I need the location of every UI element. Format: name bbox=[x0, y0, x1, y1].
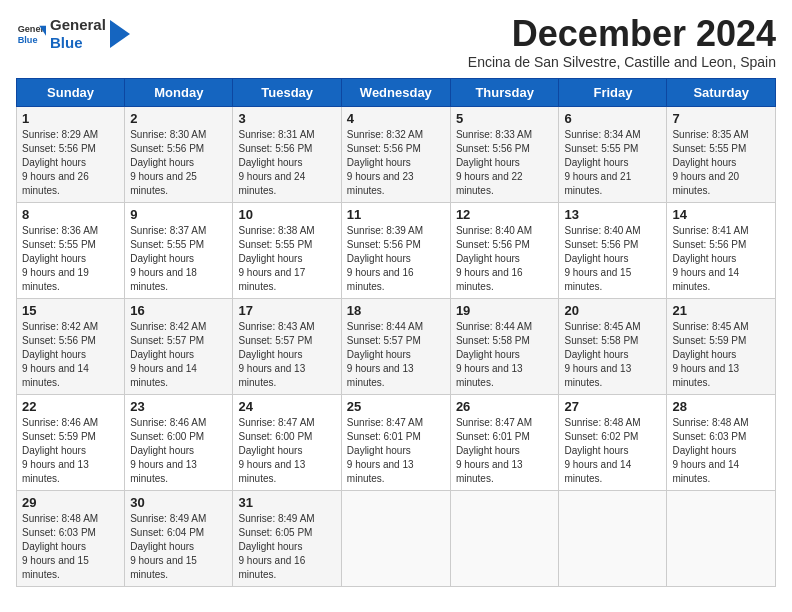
month-title: December 2024 bbox=[468, 16, 776, 52]
daylight-value: 9 hours and 13 minutes. bbox=[130, 459, 197, 484]
sunset-label: Sunset: 5:56 PM bbox=[456, 239, 530, 250]
daylight-value: 9 hours and 16 minutes. bbox=[238, 555, 305, 580]
sunrise-label: Sunrise: 8:48 AM bbox=[22, 513, 98, 524]
daylight-label: Daylight hours bbox=[238, 349, 302, 360]
daylight-value: 9 hours and 18 minutes. bbox=[130, 267, 197, 292]
calendar-cell: 4Sunrise: 8:32 AMSunset: 5:56 PMDaylight… bbox=[341, 107, 450, 203]
weekday-header-sunday: Sunday bbox=[17, 79, 125, 107]
calendar-table: SundayMondayTuesdayWednesdayThursdayFrid… bbox=[16, 78, 776, 587]
daylight-label: Daylight hours bbox=[22, 349, 86, 360]
calendar-cell: 9Sunrise: 8:37 AMSunset: 5:55 PMDaylight… bbox=[125, 203, 233, 299]
daylight-label: Daylight hours bbox=[130, 445, 194, 456]
sunset-label: Sunset: 5:56 PM bbox=[130, 143, 204, 154]
day-info: Sunrise: 8:32 AMSunset: 5:56 PMDaylight … bbox=[347, 128, 445, 198]
daylight-label: Daylight hours bbox=[130, 541, 194, 552]
sunrise-label: Sunrise: 8:43 AM bbox=[238, 321, 314, 332]
calendar-cell: 31Sunrise: 8:49 AMSunset: 6:05 PMDayligh… bbox=[233, 491, 341, 587]
title-block: December 2024 Encina de San Silvestre, C… bbox=[468, 16, 776, 70]
day-number: 23 bbox=[130, 399, 227, 414]
daylight-label: Daylight hours bbox=[456, 445, 520, 456]
daylight-value: 9 hours and 16 minutes. bbox=[347, 267, 414, 292]
day-info: Sunrise: 8:49 AMSunset: 6:04 PMDaylight … bbox=[130, 512, 227, 582]
calendar-cell: 7Sunrise: 8:35 AMSunset: 5:55 PMDaylight… bbox=[667, 107, 776, 203]
sunset-label: Sunset: 6:02 PM bbox=[564, 431, 638, 442]
sunset-label: Sunset: 6:01 PM bbox=[347, 431, 421, 442]
day-number: 31 bbox=[238, 495, 335, 510]
daylight-label: Daylight hours bbox=[238, 445, 302, 456]
day-number: 22 bbox=[22, 399, 119, 414]
sunrise-label: Sunrise: 8:33 AM bbox=[456, 129, 532, 140]
calendar-cell: 3Sunrise: 8:31 AMSunset: 5:56 PMDaylight… bbox=[233, 107, 341, 203]
daylight-value: 9 hours and 13 minutes. bbox=[22, 459, 89, 484]
day-info: Sunrise: 8:29 AMSunset: 5:56 PMDaylight … bbox=[22, 128, 119, 198]
daylight-value: 9 hours and 20 minutes. bbox=[672, 171, 739, 196]
calendar-cell: 26Sunrise: 8:47 AMSunset: 6:01 PMDayligh… bbox=[450, 395, 559, 491]
daylight-value: 9 hours and 13 minutes. bbox=[672, 363, 739, 388]
sunset-label: Sunset: 6:03 PM bbox=[22, 527, 96, 538]
day-info: Sunrise: 8:42 AMSunset: 5:56 PMDaylight … bbox=[22, 320, 119, 390]
day-number: 21 bbox=[672, 303, 770, 318]
calendar-week-1: 1Sunrise: 8:29 AMSunset: 5:56 PMDaylight… bbox=[17, 107, 776, 203]
sunset-label: Sunset: 5:57 PM bbox=[130, 335, 204, 346]
daylight-value: 9 hours and 24 minutes. bbox=[238, 171, 305, 196]
sunrise-label: Sunrise: 8:35 AM bbox=[672, 129, 748, 140]
day-number: 18 bbox=[347, 303, 445, 318]
daylight-label: Daylight hours bbox=[564, 253, 628, 264]
day-info: Sunrise: 8:39 AMSunset: 5:56 PMDaylight … bbox=[347, 224, 445, 294]
day-number: 16 bbox=[130, 303, 227, 318]
sunset-label: Sunset: 5:57 PM bbox=[238, 335, 312, 346]
day-info: Sunrise: 8:47 AMSunset: 6:01 PMDaylight … bbox=[347, 416, 445, 486]
day-info: Sunrise: 8:46 AMSunset: 6:00 PMDaylight … bbox=[130, 416, 227, 486]
day-info: Sunrise: 8:30 AMSunset: 5:56 PMDaylight … bbox=[130, 128, 227, 198]
daylight-label: Daylight hours bbox=[456, 253, 520, 264]
daylight-value: 9 hours and 15 minutes. bbox=[130, 555, 197, 580]
sunrise-label: Sunrise: 8:46 AM bbox=[130, 417, 206, 428]
sunrise-label: Sunrise: 8:39 AM bbox=[347, 225, 423, 236]
day-info: Sunrise: 8:47 AMSunset: 6:01 PMDaylight … bbox=[456, 416, 554, 486]
day-info: Sunrise: 8:37 AMSunset: 5:55 PMDaylight … bbox=[130, 224, 227, 294]
day-info: Sunrise: 8:40 AMSunset: 5:56 PMDaylight … bbox=[564, 224, 661, 294]
calendar-cell: 18Sunrise: 8:44 AMSunset: 5:57 PMDayligh… bbox=[341, 299, 450, 395]
daylight-label: Daylight hours bbox=[456, 349, 520, 360]
daylight-label: Daylight hours bbox=[672, 445, 736, 456]
daylight-value: 9 hours and 19 minutes. bbox=[22, 267, 89, 292]
day-info: Sunrise: 8:36 AMSunset: 5:55 PMDaylight … bbox=[22, 224, 119, 294]
daylight-value: 9 hours and 16 minutes. bbox=[456, 267, 523, 292]
daylight-label: Daylight hours bbox=[672, 253, 736, 264]
sunrise-label: Sunrise: 8:42 AM bbox=[130, 321, 206, 332]
day-info: Sunrise: 8:38 AMSunset: 5:55 PMDaylight … bbox=[238, 224, 335, 294]
calendar-cell: 13Sunrise: 8:40 AMSunset: 5:56 PMDayligh… bbox=[559, 203, 667, 299]
sunset-label: Sunset: 5:56 PM bbox=[22, 143, 96, 154]
day-number: 17 bbox=[238, 303, 335, 318]
logo-icon: General Blue bbox=[16, 19, 46, 49]
day-number: 28 bbox=[672, 399, 770, 414]
daylight-value: 9 hours and 17 minutes. bbox=[238, 267, 305, 292]
calendar-cell: 10Sunrise: 8:38 AMSunset: 5:55 PMDayligh… bbox=[233, 203, 341, 299]
day-number: 30 bbox=[130, 495, 227, 510]
sunset-label: Sunset: 5:55 PM bbox=[238, 239, 312, 250]
daylight-label: Daylight hours bbox=[347, 157, 411, 168]
page-header: General Blue General Blue December 2024 … bbox=[16, 16, 776, 70]
daylight-label: Daylight hours bbox=[238, 157, 302, 168]
weekday-header-tuesday: Tuesday bbox=[233, 79, 341, 107]
day-number: 14 bbox=[672, 207, 770, 222]
day-number: 12 bbox=[456, 207, 554, 222]
day-number: 11 bbox=[347, 207, 445, 222]
svg-marker-3 bbox=[110, 20, 130, 48]
calendar-cell: 21Sunrise: 8:45 AMSunset: 5:59 PMDayligh… bbox=[667, 299, 776, 395]
daylight-label: Daylight hours bbox=[672, 349, 736, 360]
daylight-value: 9 hours and 13 minutes. bbox=[456, 459, 523, 484]
calendar-cell: 5Sunrise: 8:33 AMSunset: 5:56 PMDaylight… bbox=[450, 107, 559, 203]
day-number: 27 bbox=[564, 399, 661, 414]
day-number: 3 bbox=[238, 111, 335, 126]
logo-general-text: General bbox=[50, 16, 106, 34]
day-number: 20 bbox=[564, 303, 661, 318]
sunset-label: Sunset: 5:59 PM bbox=[672, 335, 746, 346]
calendar-cell bbox=[450, 491, 559, 587]
daylight-value: 9 hours and 26 minutes. bbox=[22, 171, 89, 196]
calendar-cell bbox=[667, 491, 776, 587]
day-info: Sunrise: 8:42 AMSunset: 5:57 PMDaylight … bbox=[130, 320, 227, 390]
logo-blue-text: Blue bbox=[50, 34, 106, 52]
calendar-week-2: 8Sunrise: 8:36 AMSunset: 5:55 PMDaylight… bbox=[17, 203, 776, 299]
calendar-body: 1Sunrise: 8:29 AMSunset: 5:56 PMDaylight… bbox=[17, 107, 776, 587]
